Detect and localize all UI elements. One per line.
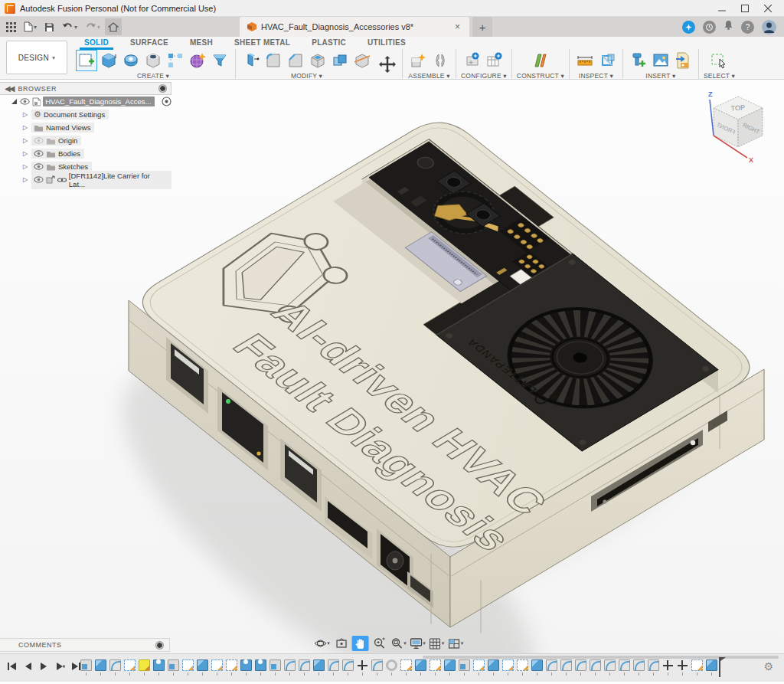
timeline-feature-fillet[interactable] xyxy=(574,659,586,676)
minimize-button[interactable] xyxy=(710,1,733,16)
timeline-end-marker[interactable] xyxy=(719,657,720,677)
fillet-button[interactable] xyxy=(263,50,284,71)
grid-settings-icon[interactable]: ▾ xyxy=(429,636,446,651)
timeline-feature-shell[interactable] xyxy=(385,659,397,676)
timeline-feature-box[interactable] xyxy=(269,659,281,676)
browser-item-bodies[interactable]: ▷ Bodies xyxy=(0,147,172,160)
step-back-button[interactable] xyxy=(22,660,34,672)
extrude-button[interactable] xyxy=(98,50,119,71)
app-grid-icon[interactable] xyxy=(3,18,19,35)
joint-button[interactable] xyxy=(430,50,451,71)
group-label-create[interactable]: CREATE ▾ xyxy=(137,72,169,80)
timeline-feature-sketch[interactable] xyxy=(225,659,237,676)
browser-item-document-settings[interactable]: ▷ ⚙ Document Settings xyxy=(0,108,172,121)
tab-mesh[interactable]: MESH xyxy=(179,37,224,49)
expanded-arrow-icon[interactable] xyxy=(11,98,18,105)
timeline-feature-extrude[interactable] xyxy=(443,659,456,676)
insert-fastener-button[interactable] xyxy=(628,50,649,71)
timeline-feature-box[interactable] xyxy=(80,659,92,676)
activate-component-icon[interactable] xyxy=(162,97,172,106)
go-to-start-button[interactable] xyxy=(6,660,18,672)
timeline-feature-sketch[interactable] xyxy=(181,659,194,676)
job-status-icon[interactable] xyxy=(703,21,716,34)
move-copy-button[interactable] xyxy=(377,54,398,75)
zoom-icon[interactable] xyxy=(371,636,388,651)
document-tab[interactable]: HVAC_Fault_Diagnosis_Accessories v8* × xyxy=(240,17,469,37)
timeline-settings-gear-icon[interactable]: ⚙ xyxy=(763,661,773,672)
split-body-button[interactable] xyxy=(351,50,373,71)
save-icon[interactable] xyxy=(41,18,57,35)
eye-visible-icon[interactable] xyxy=(34,163,44,170)
orbit-icon[interactable]: ▾ xyxy=(314,636,331,651)
look-at-icon[interactable] xyxy=(333,636,350,651)
tab-utilities[interactable]: UTILITIES xyxy=(357,37,416,49)
hole-button[interactable] xyxy=(142,50,164,71)
undo-icon[interactable]: ▾ xyxy=(59,18,80,35)
redo-icon[interactable]: ▾ xyxy=(82,18,103,35)
eye-visible-icon[interactable] xyxy=(20,98,30,105)
section-analysis-button[interactable] xyxy=(596,50,618,71)
browser-item-linked-component[interactable]: ▷ [DFR1142]Lite Carrier for Lat... xyxy=(0,173,172,186)
collapse-panel-icon[interactable]: ◀◀ xyxy=(5,84,13,93)
timeline-feature-extrude[interactable] xyxy=(94,659,106,676)
document-tab-close-icon[interactable]: × xyxy=(453,21,462,32)
tab-solid[interactable]: SOLID xyxy=(74,37,119,49)
display-settings-icon[interactable]: ▾ xyxy=(410,636,426,651)
pattern-button[interactable] xyxy=(165,50,186,71)
web-button[interactable] xyxy=(209,50,230,71)
configuration-table-button[interactable] xyxy=(484,50,505,71)
timeline-feature-hole[interactable] xyxy=(254,659,266,676)
tab-sheet-metal[interactable]: SHEET METAL xyxy=(224,37,301,49)
close-button[interactable] xyxy=(756,1,779,16)
combine-button[interactable] xyxy=(329,50,351,71)
timeline-feature-extrude[interactable] xyxy=(531,659,543,676)
timeline-feature-hole[interactable] xyxy=(240,659,252,676)
step-forward-button[interactable] xyxy=(54,660,66,672)
viewports-icon[interactable]: ▾ xyxy=(448,636,465,651)
browser-header[interactable]: ◀◀ BROWSER xyxy=(0,82,172,95)
timeline-feature-move[interactable] xyxy=(676,659,688,676)
timeline-feature-fillet[interactable] xyxy=(283,659,296,676)
extensions-icon[interactable] xyxy=(682,21,695,34)
chamfer-button[interactable] xyxy=(285,50,306,71)
play-button[interactable] xyxy=(38,660,50,672)
eye-hidden-icon[interactable] xyxy=(34,137,44,144)
viewport-canvas[interactable]: LATTEPANDA AI-driven HVAC Fault Diagnosi… xyxy=(0,80,784,653)
timeline-feature-extrude[interactable] xyxy=(487,659,499,676)
viewcube-top-label[interactable]: TOP xyxy=(730,103,745,112)
timeline-feature-fillet[interactable] xyxy=(632,659,645,676)
timeline-feature-fillet[interactable] xyxy=(109,659,121,676)
browser-item-root[interactable]: HVAC_Fault_Diagnosis_Acces... xyxy=(0,95,172,108)
eye-visible-icon[interactable] xyxy=(34,176,44,183)
maximize-button[interactable] xyxy=(733,1,756,16)
collapsed-arrow-icon[interactable]: ▷ xyxy=(23,137,29,144)
measure-button[interactable] xyxy=(574,50,596,71)
timeline-feature-sketch[interactable] xyxy=(691,659,703,676)
timeline-feature-sketch[interactable] xyxy=(400,659,412,676)
timeline-feature-fillet[interactable] xyxy=(603,659,616,676)
timeline-feature-sketch[interactable] xyxy=(516,659,528,676)
group-label-configure[interactable]: CONFIGURE ▾ xyxy=(461,72,507,80)
help-icon[interactable]: ? xyxy=(741,21,754,34)
tab-plastic[interactable]: PLASTIC xyxy=(301,37,357,49)
new-component-button[interactable] xyxy=(407,50,429,71)
collapsed-arrow-icon[interactable]: ▷ xyxy=(23,111,29,118)
panel-options-icon[interactable] xyxy=(159,85,166,92)
eye-visible-icon[interactable] xyxy=(34,150,44,157)
timeline-feature-extrude[interactable] xyxy=(705,659,717,676)
comments-expand-icon[interactable] xyxy=(156,642,163,649)
timeline-feature-box[interactable] xyxy=(167,659,179,676)
group-label-construct[interactable]: CONSTRUCT ▾ xyxy=(517,72,564,80)
timeline-feature-fillet[interactable] xyxy=(341,659,354,676)
collapsed-arrow-icon[interactable]: ▷ xyxy=(23,124,29,131)
tab-surface[interactable]: SURFACE xyxy=(119,37,179,49)
group-label-modify[interactable]: MODIFY ▾ xyxy=(291,72,322,80)
view-cube[interactable]: TOP FRONT RIGHT Z X xyxy=(700,86,776,165)
insert-svg-button[interactable] xyxy=(672,50,694,71)
workspace-selector[interactable]: DESIGN▾ xyxy=(6,41,67,74)
configure-button[interactable] xyxy=(462,50,483,71)
construct-plane-button[interactable] xyxy=(530,50,551,71)
select-button[interactable] xyxy=(708,50,730,71)
collapsed-arrow-icon[interactable]: ▷ xyxy=(23,150,29,157)
home-view-icon[interactable] xyxy=(105,18,122,35)
